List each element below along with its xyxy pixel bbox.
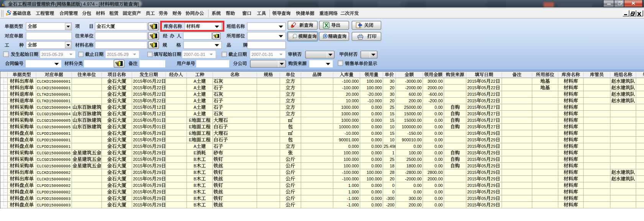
- svg-text:2015: 2015: [133, 105, 142, 110]
- svg-text:A: A: [194, 111, 197, 116]
- svg-text:05: 05: [481, 190, 486, 194]
- svg-text:-200.00: -200.00: [429, 98, 443, 103]
- svg-text:-100.000: -100.000: [342, 79, 359, 83]
- svg-text:2000.00: 2000.00: [427, 177, 443, 181]
- svg-text:2015: 2015: [133, 190, 142, 194]
- svg-text:27: 27: [491, 118, 495, 123]
- svg-text:05: 05: [481, 177, 486, 181]
- svg-text:0.000: 0.000: [371, 157, 382, 162]
- svg-text:CLPDD150000001: CLPDD150000001: [37, 138, 71, 142]
- svg-text:2007-01-31: 2007-01-31: [184, 52, 205, 57]
- svg-text:05: 05: [481, 203, 486, 207]
- svg-text:12: 12: [156, 111, 161, 116]
- svg-text:-150.00: -150.00: [407, 131, 422, 136]
- svg-text:0.00: 0.00: [435, 196, 443, 201]
- svg-text:100.000: 100.000: [366, 177, 382, 181]
- svg-text:29: 29: [156, 131, 161, 136]
- svg-text:22: 22: [156, 92, 161, 97]
- svg-text:05: 05: [481, 196, 486, 201]
- svg-text:0.000: 0.000: [371, 164, 382, 168]
- svg-text:0.00: 0.00: [435, 124, 443, 129]
- svg-text:05: 05: [481, 144, 486, 149]
- svg-text:05: 05: [147, 157, 152, 162]
- svg-text:A: A: [194, 92, 197, 97]
- svg-text:0.00: 0.00: [414, 144, 422, 149]
- svg-text:1000.000: 1000.000: [341, 111, 359, 116]
- svg-text:29: 29: [156, 138, 161, 142]
- svg-text:A: A: [194, 144, 197, 149]
- svg-text:-20.000: -20.000: [368, 92, 382, 97]
- svg-text:29: 29: [491, 151, 495, 155]
- svg-text:0.000: 0.000: [371, 131, 382, 136]
- svg-text:0.00: 0.00: [414, 183, 422, 188]
- svg-text:100.00: 100.00: [409, 151, 422, 155]
- svg-text:29: 29: [491, 196, 495, 201]
- svg-text:2015-05-29: 2015-05-29: [107, 52, 128, 57]
- svg-text:10.000: 10.000: [346, 98, 359, 103]
- svg-text:3000.00: 3000.00: [427, 79, 443, 83]
- svg-text:100.000: 100.000: [343, 151, 359, 155]
- svg-text:B: B: [194, 170, 196, 175]
- svg-text:100.000: 100.000: [343, 157, 359, 162]
- svg-text:05: 05: [147, 92, 152, 97]
- svg-text:2015: 2015: [467, 111, 476, 116]
- svg-text:2007-01-31: 2007-01-31: [251, 52, 273, 57]
- svg-text:2015: 2015: [133, 79, 142, 83]
- svg-text:100.000: 100.000: [366, 85, 382, 90]
- svg-text:15000.00: 15000.00: [404, 118, 422, 123]
- svg-text:05: 05: [147, 85, 152, 90]
- svg-text:22: 22: [491, 92, 495, 97]
- svg-text:29: 29: [491, 157, 495, 162]
- svg-text:05: 05: [147, 144, 152, 149]
- svg-text:B: B: [194, 157, 196, 162]
- svg-text:0.000: 0.000: [371, 196, 382, 201]
- svg-text:2015: 2015: [133, 92, 142, 97]
- svg-text:-200: -200: [386, 203, 394, 207]
- svg-text:29: 29: [491, 177, 495, 181]
- svg-text:B: B: [194, 203, 196, 207]
- svg-text:0.000: 0.000: [371, 190, 382, 194]
- svg-text:05: 05: [147, 118, 152, 123]
- svg-text:05: 05: [481, 111, 486, 116]
- svg-text:0.000: 0.000: [371, 144, 382, 149]
- svg-text:2015: 2015: [133, 164, 142, 168]
- svg-text:2015: 2015: [133, 177, 142, 181]
- svg-text:0.00: 0.00: [435, 118, 443, 123]
- svg-text:20.000: 20.000: [346, 92, 359, 97]
- svg-text:2015: 2015: [467, 170, 476, 175]
- svg-text:05: 05: [147, 105, 152, 110]
- svg-text:CLPDD150000003: CLPDD150000003: [37, 203, 71, 208]
- svg-text:29: 29: [156, 203, 161, 207]
- svg-text:29: 29: [491, 170, 495, 175]
- svg-text:E: E: [189, 131, 192, 136]
- svg-text:0.000: 0.000: [371, 138, 382, 142]
- svg-text:29: 29: [491, 190, 495, 194]
- svg-text:12: 12: [156, 105, 161, 110]
- svg-text:0.000: 0.000: [371, 124, 382, 129]
- svg-text:1000.000: 1000.000: [341, 105, 359, 110]
- svg-text:25000.00: 25000.00: [404, 105, 422, 110]
- svg-text:CLCGD150000004: CLCGD150000004: [37, 112, 71, 116]
- svg-text:CLPDD150000001: CLPDD150000001: [37, 131, 71, 136]
- svg-text:05: 05: [147, 111, 152, 116]
- svg-text:22: 22: [491, 98, 495, 103]
- svg-text:20: 20: [390, 98, 394, 103]
- svg-text:100.000: 100.000: [343, 164, 359, 168]
- svg-text:0.000: 0.000: [371, 183, 382, 188]
- svg-text:100.000: 100.000: [366, 79, 382, 83]
- svg-text:0: 0: [392, 190, 394, 194]
- svg-text:B: B: [194, 164, 196, 168]
- svg-text:-100.000: -100.000: [342, 170, 359, 175]
- svg-text:05: 05: [481, 170, 486, 175]
- svg-text:2015: 2015: [467, 138, 476, 142]
- svg-text:29: 29: [491, 203, 495, 207]
- svg-text:200.00: 200.00: [409, 98, 422, 103]
- svg-text:05: 05: [147, 196, 152, 201]
- svg-text:05: 05: [147, 164, 152, 168]
- svg-text:E: E: [189, 124, 192, 129]
- svg-text:-2000.00: -2000.00: [405, 177, 422, 181]
- svg-text:22: 22: [491, 79, 495, 83]
- svg-text:1800.00: 1800.00: [406, 164, 422, 168]
- svg-text:05: 05: [481, 85, 486, 90]
- svg-text:25: 25: [390, 105, 394, 110]
